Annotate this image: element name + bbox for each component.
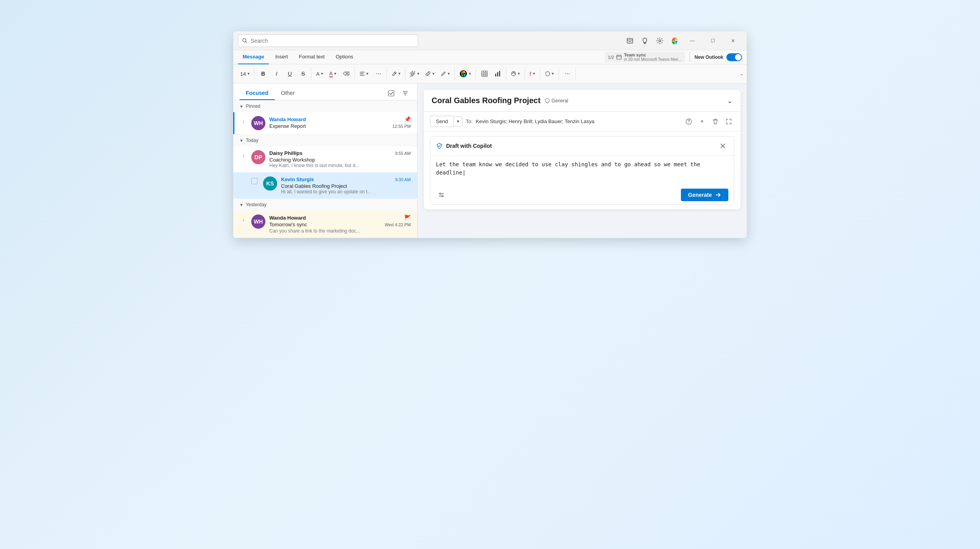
paint-group: ▼ [388,67,406,80]
attach-dropdown[interactable]: ▼ [408,67,422,80]
chevron-down-icon-2: ▼ [320,72,324,76]
chevron-down-icon: ▼ [240,104,243,109]
sliders-icon [438,192,445,198]
close-icon [720,144,725,148]
email-checkbox-3[interactable] [251,178,258,184]
email-item-1[interactable]: › WH Wanda Howard 📌 Expense Report 12:55… [233,112,417,135]
link-dropdown[interactable]: ▼ [423,67,437,80]
meeting-subtitle: in 20 min Microsoft Teams Mee... [624,57,682,62]
strikethrough-button[interactable]: S [297,67,309,80]
email-subject-1: Expense Report [269,123,306,129]
expand-email-4[interactable]: › [240,216,247,224]
compose-area: Send ▼ To: Kevin Sturgis; Henry Brill; L… [424,112,740,209]
delete-btn[interactable] [710,116,721,127]
tab-other[interactable]: Other [275,87,301,100]
group-pinned[interactable]: ▼ Pinned [233,100,417,112]
expand-email-1[interactable]: › [240,118,247,125]
ms365-icon-btn[interactable] [668,35,681,47]
email-sender-4: Wanda Howard [269,215,306,221]
chart-button[interactable] [492,67,504,80]
filter-btn[interactable] [400,88,411,99]
svg-line-1 [246,42,247,43]
underline-button[interactable]: U [283,67,296,80]
font-size-dropdown[interactable]: 14 ▼ [238,67,252,80]
email-item-3[interactable]: KS Kevin Sturgis 9:30 AM Coral Gables Ro… [233,173,417,199]
copilot-close-btn[interactable] [717,140,728,151]
bold-button[interactable]: B [257,67,269,80]
help-btn[interactable] [683,116,694,127]
email-header-2: Daisy Phillips 9:55 AM [269,150,411,156]
maximize-btn[interactable]: ☐ [704,35,722,47]
email-item-2[interactable]: › DP Daisy Phillips 9:55 AM Coaching Wor… [233,146,417,173]
email-list: ▼ Pinned › WH Wanda Howard 📌 [233,100,417,238]
m365-apps-dropdown[interactable]: ▼ [457,67,474,80]
text-color-dropdown[interactable]: A ▼ [327,67,339,80]
font-size-value: 14 [240,71,246,77]
generate-button[interactable]: Generate [681,189,728,201]
email-view-header: Coral Gables Roofing Project General ⌄ [424,90,740,112]
tab-focused[interactable]: Focused [240,87,275,100]
email-item-4[interactable]: › WH Wanda Howard 🚩 Tomorrow's sync Wed … [233,211,417,238]
copilot-settings-btn[interactable] [436,189,447,200]
new-outlook-label: New Outlook [695,55,723,60]
more-tools-button[interactable]: ··· [561,67,574,80]
italic-button[interactable]: I [270,67,283,80]
send-dropdown-btn[interactable]: ▼ [453,116,463,126]
send-button[interactable]: Send [430,116,453,127]
new-outlook-switch[interactable] [726,53,742,61]
search-input[interactable] [250,38,414,44]
email-header-3: Kevin Sturgis 9:30 AM [281,176,411,182]
tab-insert[interactable]: Insert [270,50,293,64]
search-box[interactable] [238,35,418,47]
lightbulb-icon-btn[interactable] [639,35,651,47]
highlight-dropdown[interactable]: ▼ [438,67,453,80]
clear-format-button[interactable]: ⌫ [340,67,353,80]
avatar-initials-2: DP [254,154,262,160]
expand-recipients-btn[interactable]: ▼ [697,116,708,127]
copilot-header: Draft with Copilot [430,136,734,156]
sensitivity-dropdown[interactable]: ▼ [543,67,557,80]
email-subject-2: Coaching Workshop [269,157,411,163]
svg-rect-15 [495,74,496,76]
filter-checkmark-btn[interactable] [386,88,397,99]
search-icon [242,38,247,44]
minimize-btn[interactable]: — [683,35,701,47]
highlight-color-dropdown[interactable]: A ▼ [314,67,326,80]
expand-email-3[interactable] [240,178,247,186]
collapse-btn[interactable]: ⌄ [727,96,733,105]
group-today[interactable]: ▼ Today [233,135,417,146]
app-window: — ☐ ✕ Message Insert Format text Options… [233,31,747,238]
tab-format-text[interactable]: Format text [294,50,329,64]
chart-icon [495,71,501,77]
meeting-badge[interactable]: 1/2 Team sync in 20 min Microsoft Teams … [605,52,685,62]
ribbon-expand[interactable]: ⌄ [740,71,744,76]
table-button[interactable] [478,67,491,80]
tab-options[interactable]: Options [331,50,358,64]
group-yesterday[interactable]: ▼ Yesterday [233,199,417,211]
help-icon [686,118,692,125]
settings-icon-btn[interactable] [653,35,666,47]
close-btn[interactable]: ✕ [724,35,742,47]
pin-icon-1: 📌 [404,116,411,122]
meeting-info: Team sync in 20 min Microsoft Teams Mee.… [624,53,682,62]
importance-dropdown[interactable]: ! ▼ [527,67,538,80]
svg-rect-10 [482,71,487,76]
avatar-2: DP [251,150,265,164]
paintbrush-icon [392,71,397,76]
fullscreen-btn[interactable] [723,116,734,127]
loop-dropdown[interactable]: ▼ [508,67,523,80]
expand-email-2[interactable]: › [240,152,247,160]
paint-dropdown[interactable]: ▼ [389,67,404,80]
tab-message[interactable]: Message [238,50,269,64]
ribbon-expand-icon[interactable]: ⌄ [740,71,744,76]
more-button[interactable]: ··· [372,67,385,80]
email-sender-1: Wanda Howard [269,116,306,122]
align-dropdown[interactable]: ▼ [357,67,372,80]
svg-point-3 [659,40,661,42]
avatar-1: WH [251,116,265,130]
copilot-prompt-input[interactable] [436,160,728,179]
inbox-icon-btn[interactable] [624,35,636,47]
send-btn-group: Send ▼ [430,116,463,127]
email-time-1: 12:55 PM [392,124,411,129]
email-view-container: Coral Gables Roofing Project General ⌄ [424,90,740,209]
